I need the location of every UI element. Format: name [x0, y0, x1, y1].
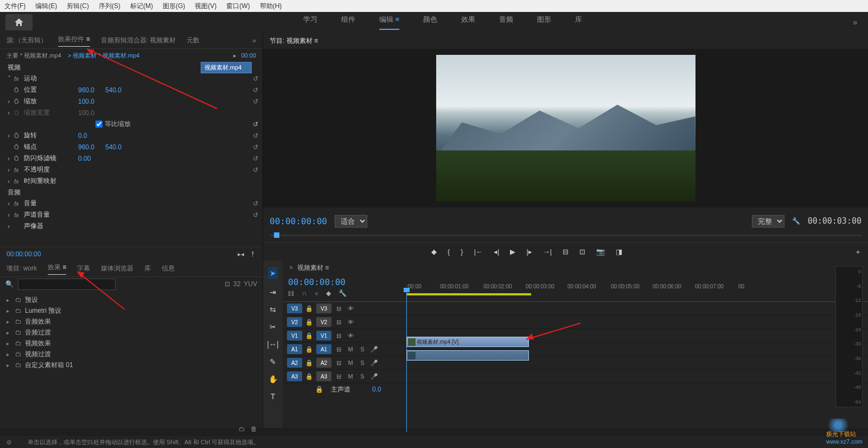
lock-icon[interactable]: 🔒	[304, 344, 314, 354]
menu-marker[interactable]: 标记(M)	[130, 2, 153, 11]
insert-mode-icon[interactable]: ⫿⫿	[288, 289, 295, 297]
preview-area[interactable]	[263, 49, 868, 207]
lift-icon[interactable]: ⊟	[563, 248, 569, 256]
quality-select[interactable]: 完整	[752, 215, 784, 228]
share-icon[interactable]: ⭱	[250, 250, 256, 258]
anchor-x[interactable]: 960.0	[78, 143, 105, 151]
snap-icon[interactable]: ∩	[302, 289, 307, 297]
menu-view[interactable]: 视图(V)	[195, 2, 216, 11]
workspace-libraries[interactable]: 库	[575, 15, 582, 30]
track-target-v3[interactable]: V3	[287, 304, 302, 313]
stopwatch-icon[interactable]: Ŏ	[14, 98, 24, 105]
tab-source[interactable]: 源:（无剪辑）	[7, 36, 47, 45]
timeline-close-icon[interactable]: ×	[289, 264, 293, 272]
audio-meter[interactable]: 0-6-12-18-24-30-36-42-48-54	[835, 266, 863, 407]
effects-search-input[interactable]	[18, 279, 116, 290]
hand-tool-icon[interactable]: ✋	[269, 375, 278, 383]
toggle-output-icon[interactable]: 👁	[346, 317, 355, 327]
tab-effects[interactable]: 效果 ≡	[48, 263, 66, 275]
prop-panner[interactable]: 声像器	[24, 222, 78, 231]
toggle-output-icon[interactable]: 👁	[346, 331, 355, 340]
prop-volume[interactable]: 音量	[24, 199, 78, 208]
tab-metadata[interactable]: 元数	[187, 36, 200, 45]
reset-icon[interactable]: ↺	[253, 86, 258, 94]
reset-icon[interactable]: ↺	[253, 75, 258, 83]
lock-icon[interactable]: 🔒	[304, 358, 314, 368]
delete-icon[interactable]: 🗑	[251, 425, 257, 433]
mute-icon[interactable]: M	[346, 358, 355, 368]
track-a2[interactable]: A2	[316, 358, 331, 368]
lock-icon[interactable]: 🔒	[304, 371, 314, 381]
header-chevron[interactable]: ▸	[233, 52, 237, 59]
prop-motion[interactable]: 运动	[24, 74, 78, 83]
tree-lumetri[interactable]: ▸🗀Lumetri 预设	[0, 305, 263, 316]
mark-in-icon[interactable]: ◆	[431, 248, 437, 256]
menu-sequence[interactable]: 序列(S)	[99, 2, 120, 11]
voice-over-icon[interactable]: 🎤	[369, 358, 379, 368]
32bit-badge[interactable]: 32	[233, 280, 240, 288]
toggle-output-icon[interactable]: 👁	[346, 304, 355, 313]
export-frame-icon[interactable]: 📷	[596, 248, 605, 256]
tab-media-browser[interactable]: 媒体浏览器	[101, 264, 133, 273]
menu-window[interactable]: 窗口(W)	[226, 2, 250, 11]
workspace-effects[interactable]: 效果	[461, 15, 475, 30]
tree-video-effects[interactable]: ▸🗀视频效果	[0, 338, 263, 349]
position-y[interactable]: 540.0	[105, 86, 132, 94]
yuv-badge[interactable]: YUV	[244, 280, 257, 288]
sync-lock-icon[interactable]: ⊟	[334, 331, 343, 340]
tree-video-transitions[interactable]: ▸🗀视频过渡	[0, 349, 263, 359]
program-tab[interactable]: 节目: 视频素材 ≡	[270, 36, 318, 46]
track-v3[interactable]: V3	[316, 304, 331, 313]
step-forward-icon[interactable]: |▸	[526, 248, 532, 256]
marker-icon[interactable]: ◆	[326, 289, 331, 297]
selection-tool-icon[interactable]: ➤	[268, 267, 278, 279]
lock-icon[interactable]: 🔒	[304, 304, 314, 313]
ripple-edit-tool-icon[interactable]: ⇆	[270, 305, 276, 314]
tab-captions[interactable]: 字幕	[77, 264, 90, 273]
workspace-learn[interactable]: 学习	[303, 15, 317, 30]
prop-time-remap[interactable]: 时间重映射	[24, 176, 78, 186]
reset-icon[interactable]: ↺	[253, 121, 258, 128]
stopwatch-icon[interactable]: Ŏ	[14, 155, 24, 162]
workspace-editing[interactable]: 编辑 ≡	[379, 15, 399, 30]
expand-icon[interactable]: ˅	[8, 75, 14, 83]
reset-icon[interactable]: ↺	[253, 98, 258, 105]
lock-icon[interactable]: 🔒	[315, 386, 323, 393]
solo-icon[interactable]: S	[358, 358, 367, 368]
current-timecode[interactable]: 00:00:00:00	[270, 216, 327, 226]
timeline-ruler[interactable]: :00:00 00:00:01:00 00:00:02:00 00:00:03:…	[402, 275, 868, 301]
master-val[interactable]: 0.0	[372, 386, 381, 393]
track-target-a2[interactable]: A2	[287, 358, 302, 368]
track-target-v1[interactable]: V1	[287, 331, 302, 340]
play-only-icon[interactable]: ▸◂	[238, 250, 244, 258]
stopwatch-icon[interactable]: Ŏ	[14, 87, 24, 93]
compare-icon[interactable]: ◨	[616, 248, 622, 256]
playhead-marker[interactable]	[274, 232, 279, 238]
tab-effect-controls[interactable]: 效果控件 ≡	[58, 35, 90, 47]
track-target-v2[interactable]: V2	[287, 317, 302, 327]
uniform-scale-checkbox[interactable]	[95, 121, 103, 128]
extract-icon[interactable]: ⊡	[579, 248, 585, 256]
workspace-assembly[interactable]: 组件	[341, 15, 355, 30]
mini-timeline-clip[interactable]: 视频素材.mp4	[201, 62, 252, 73]
accelerated-badge[interactable]: ⊡	[225, 280, 230, 288]
anchor-y[interactable]: 540.0	[105, 143, 132, 151]
tab-project[interactable]: 项目: work	[7, 264, 37, 273]
sequence-clip-link[interactable]: > 视频素材 * 视频素材.mp4	[68, 52, 139, 60]
prop-channel-volume[interactable]: 声道音量	[24, 210, 78, 219]
home-button[interactable]	[5, 14, 33, 30]
expand-icon[interactable]: ›	[8, 98, 14, 105]
settings-icon[interactable]: 🔧	[339, 289, 347, 297]
tree-custom-bin[interactable]: ▸🗀自定义素材箱 01	[0, 359, 263, 370]
timeline-playhead[interactable]	[406, 291, 407, 432]
menu-help[interactable]: 帮助(H)	[260, 2, 282, 11]
fx-icon[interactable]: fx	[14, 75, 24, 82]
tree-presets[interactable]: ▸🗀预设	[0, 294, 263, 305]
reset-icon[interactable]: ↺	[253, 200, 258, 207]
new-bin-icon[interactable]: 🗀	[239, 425, 245, 433]
program-scrubber[interactable]	[263, 235, 868, 242]
button-editor-icon[interactable]: ＋	[854, 247, 861, 257]
sync-lock-icon[interactable]: ⊟	[334, 344, 343, 354]
reset-icon[interactable]: ↺	[253, 155, 258, 162]
voice-over-icon[interactable]: 🎤	[369, 371, 379, 381]
